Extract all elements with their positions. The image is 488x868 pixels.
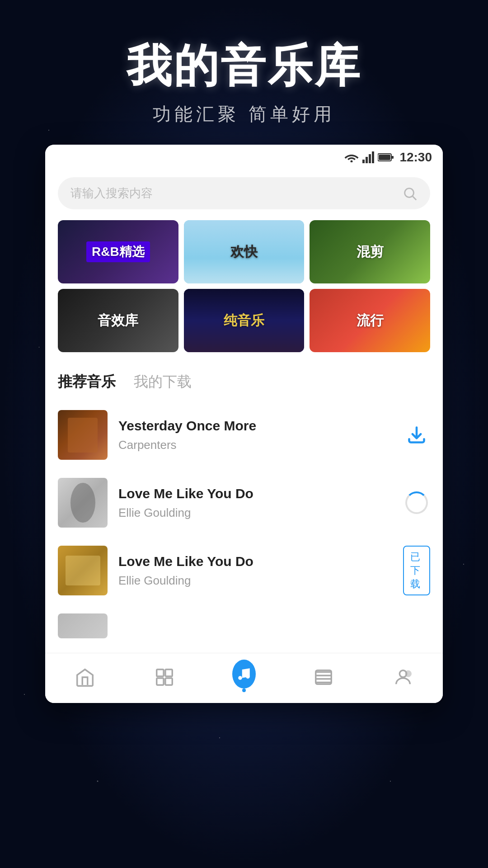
song-info-1: Yesterday Once More Carpenters [118, 418, 392, 452]
tabs-row: 推荐音乐 我的下载 [45, 365, 443, 396]
downloaded-badge-3: 已下载 [403, 546, 430, 595]
download-icon-1 [407, 425, 427, 445]
nav-icon-profile [391, 665, 415, 689]
nav-item-music[interactable] [232, 662, 256, 692]
nav-item-list[interactable] [312, 665, 335, 689]
nav-icon-grid [153, 665, 176, 689]
page-header: 我的音乐库 功能汇聚 简单好用 [0, 0, 488, 145]
song-title-1: Yesterday Once More [118, 418, 392, 434]
category-item-pure[interactable]: 纯音乐 [184, 289, 305, 352]
song-thumb-1 [58, 410, 108, 460]
page-title: 我的音乐库 [0, 36, 488, 97]
battery-icon [378, 153, 394, 162]
svg-rect-13 [165, 678, 172, 685]
category-grid: R&B精选 欢快 混剪 音效库 纯音乐 [58, 220, 430, 352]
nav-item-profile[interactable] [391, 665, 415, 689]
song-list: Yesterday Once More Carpenters Love Me L… [45, 396, 443, 653]
song-artist-1: Carpenters [118, 438, 392, 452]
svg-rect-10 [157, 670, 164, 676]
tab-download[interactable]: 我的下载 [134, 372, 192, 396]
song-thumb-2 [58, 478, 108, 528]
svg-rect-4 [372, 151, 374, 163]
svg-rect-2 [366, 157, 368, 163]
search-input[interactable]: 请输入搜索内容 [70, 185, 397, 201]
svg-point-14 [238, 676, 242, 680]
signal-icon [362, 151, 374, 163]
svg-point-15 [246, 675, 250, 679]
category-item-mix[interactable]: 混剪 [310, 220, 430, 283]
category-item-sound[interactable]: 音效库 [58, 289, 178, 352]
svg-point-22 [406, 671, 411, 677]
song-action-2[interactable] [403, 491, 430, 514]
status-time: 12:30 [399, 150, 432, 165]
app-card: 12:30 请输入搜索内容 R&B精选 欢快 混剪 [45, 145, 443, 703]
category-item-rnb[interactable]: R&B精选 [58, 220, 178, 283]
tab-recommend[interactable]: 推荐音乐 [58, 372, 116, 396]
loading-spinner-2 [405, 491, 428, 514]
song-info-3: Love Me Like You Do Ellie Goulding [118, 554, 392, 588]
category-label-pop: 流行 [310, 289, 430, 352]
svg-rect-6 [391, 156, 394, 159]
song-info-2: Love Me Like You Do Ellie Goulding [118, 486, 392, 520]
song-item-4-partial[interactable] [45, 604, 443, 647]
category-item-pop[interactable]: 流行 [310, 289, 430, 352]
nav-icon-home [73, 665, 97, 689]
category-label-rnb: R&B精选 [58, 220, 178, 283]
song-artist-3: Ellie Goulding [118, 574, 392, 588]
svg-line-9 [413, 196, 416, 200]
song-item-3[interactable]: Love Me Like You Do Ellie Goulding 已下载 [45, 537, 443, 604]
song-item-2[interactable]: Love Me Like You Do Ellie Goulding [45, 469, 443, 537]
nav-icon-music [232, 662, 256, 686]
song-artist-2: Ellie Goulding [118, 506, 392, 520]
svg-rect-3 [369, 154, 371, 163]
svg-rect-12 [157, 678, 164, 685]
song-title-2: Love Me Like You Do [118, 486, 392, 501]
svg-point-8 [405, 188, 414, 197]
nav-item-home[interactable] [73, 665, 97, 689]
song-title-3: Love Me Like You Do [118, 554, 392, 569]
page-subtitle: 功能汇聚 简单好用 [0, 102, 488, 127]
nav-icon-list [312, 665, 335, 689]
nav-active-dot [242, 689, 246, 692]
svg-rect-1 [362, 160, 365, 163]
category-label-mix: 混剪 [310, 220, 430, 283]
svg-rect-7 [379, 155, 390, 160]
song-action-3[interactable]: 已下载 [403, 546, 430, 595]
search-icon [402, 186, 418, 201]
category-label-sound: 音效库 [58, 289, 178, 352]
song-item-1[interactable]: Yesterday Once More Carpenters [45, 401, 443, 469]
bottom-nav [45, 653, 443, 703]
wifi-icon [344, 152, 359, 162]
nav-item-grid[interactable] [153, 665, 176, 689]
category-label-happy: 欢快 [184, 220, 305, 283]
status-bar: 12:30 [45, 145, 443, 170]
song-action-1[interactable] [403, 425, 430, 445]
song-thumb-4-partial [58, 613, 108, 638]
category-item-happy[interactable]: 欢快 [184, 220, 305, 283]
svg-point-0 [351, 160, 353, 163]
status-icons [344, 151, 394, 163]
song-thumb-3 [58, 546, 108, 595]
category-label-pure: 纯音乐 [184, 289, 305, 352]
svg-rect-11 [165, 670, 172, 676]
search-bar[interactable]: 请输入搜索内容 [58, 177, 430, 209]
